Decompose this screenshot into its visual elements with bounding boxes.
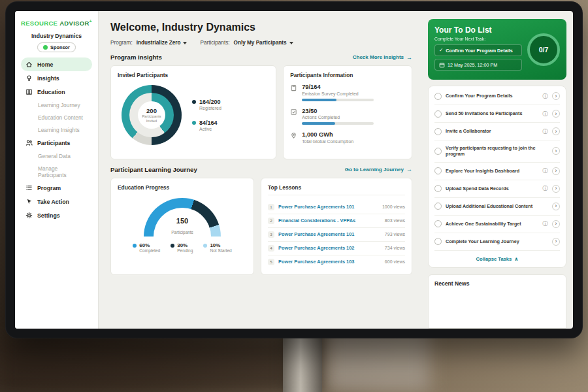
task-label: Verify participants requesting to join t… <box>446 145 538 157</box>
sidebar-item-home[interactable]: Home <box>21 57 92 71</box>
lesson-link[interactable]: Power Purchase Agreements 103 <box>278 259 381 265</box>
legend-item: 164/200 Registered <box>192 99 221 110</box>
education-progress-gauge-chart: 150 Participants <box>144 198 221 237</box>
legend-label: Pending <box>177 248 193 253</box>
task-checkbox[interactable] <box>434 128 442 135</box>
sidebar-item-participants[interactable]: Participants <box>21 136 92 150</box>
sidebar-item-education-content[interactable]: Education Content <box>21 111 92 123</box>
task-checkbox[interactable] <box>434 185 442 192</box>
check-icon: ✓ <box>439 48 443 53</box>
chevron-down-icon <box>289 42 293 44</box>
metric-value: 1,000 GWh <box>302 131 353 138</box>
lesson-link[interactable]: Power Purchase Agreements 101 <box>278 204 378 210</box>
task-checkbox[interactable] <box>434 93 442 100</box>
todo-progress-count: 0/7 <box>539 46 549 54</box>
sidebar-item-settings[interactable]: Settings <box>21 208 92 222</box>
task-label: Complete Your Learning Journey <box>446 238 538 244</box>
learning-cards-row: Education Progress 150 Participants <box>110 178 412 275</box>
sidebar-item-label: Settings <box>37 212 60 219</box>
chevron-right-icon[interactable]: › <box>552 110 560 118</box>
chevron-right-icon[interactable]: › <box>552 220 560 228</box>
sidebar-item-label: Learning Insights <box>38 127 80 133</box>
task-item[interactable]: Verify participants requesting to join t… <box>434 140 560 163</box>
legend-dot <box>192 100 196 104</box>
chevron-right-icon[interactable]: › <box>552 203 560 210</box>
lesson-link[interactable]: Financial Considerations - VPPAs <box>278 218 381 223</box>
next-task-chip[interactable]: ✓ Confirm Your Program Details <box>434 44 522 56</box>
task-item[interactable]: Upload Additional Educational Content › <box>434 198 560 216</box>
sidebar-item-manage-participants[interactable]: Manage Participants <box>21 162 92 181</box>
sidebar-item-education[interactable]: Education <box>21 85 92 99</box>
task-label: Explore Your Insights Dashboard <box>446 168 538 174</box>
sponsor-icon <box>43 45 48 50</box>
task-checkbox[interactable] <box>434 220 442 227</box>
legend-item: 84/164 Active <box>192 120 221 131</box>
legend-value: 60% <box>139 242 160 248</box>
sidebar-item-label: Participants <box>37 140 70 146</box>
legend-label: Not Started <box>210 248 231 253</box>
task-checkbox[interactable] <box>434 167 442 174</box>
legend-dot <box>203 244 207 248</box>
legend-label: Active <box>199 127 218 131</box>
task-item[interactable]: Upload Spend Data Records ⓘ › <box>434 180 560 198</box>
home-icon <box>25 61 33 68</box>
progress-bar-fill <box>302 122 335 125</box>
learning-journey-header: Participant Learning Journey Go to Learn… <box>110 166 412 173</box>
invited-participants-card: Invited Participants 200 Participants In… <box>110 65 276 159</box>
chevron-right-icon[interactable]: › <box>552 167 560 175</box>
program-filter-dropdown[interactable]: Industrialize Zero <box>137 40 188 46</box>
lesson-views: 1000 views <box>382 204 405 209</box>
chevron-right-icon[interactable]: › <box>552 185 560 193</box>
due-date-label: 12 May 2025, 12:00 PM <box>448 62 497 68</box>
info-icon[interactable]: ⓘ <box>542 168 548 174</box>
info-icon[interactable]: ⓘ <box>542 111 548 117</box>
info-icon[interactable]: ⓘ <box>542 129 548 135</box>
sidebar-item-label: Education <box>37 89 65 95</box>
chevron-right-icon[interactable]: › <box>552 147 560 155</box>
program-insights-header: Program Insights Check More Insights → <box>110 54 412 61</box>
lesson-link[interactable]: Power Purchase Agreements 101 <box>278 231 381 237</box>
sidebar-item-general-data[interactable]: General Data <box>21 150 92 162</box>
sidebar-item-take-action[interactable]: Take Action <box>21 195 92 208</box>
task-item[interactable]: Invite a Collaborator ⓘ › <box>434 123 560 140</box>
sidebar-item-insights[interactable]: Insights <box>21 71 92 85</box>
task-item[interactable]: Confirm Your Program Details ⓘ › <box>434 88 560 105</box>
go-to-learning-journey-link[interactable]: Go to Learning Journey → <box>345 166 412 172</box>
task-checkbox[interactable] <box>434 203 442 210</box>
info-icon[interactable]: ⓘ <box>542 221 548 227</box>
donut-legend: 164/200 Registered 84/164 Active <box>192 99 221 131</box>
sponsor-badge-wrap: Sponsor <box>21 42 92 52</box>
sidebar-item-learning-insights[interactable]: Learning Insights <box>21 123 92 136</box>
collapse-tasks-link[interactable]: Collapse Tasks ∧ <box>434 251 560 264</box>
info-icon[interactable]: ⓘ <box>542 93 548 99</box>
gear-icon <box>25 212 33 219</box>
task-checkbox[interactable] <box>434 148 442 155</box>
bulb-icon <box>25 74 33 82</box>
task-label: Upload Additional Educational Content <box>446 203 538 209</box>
arrow-right-icon: → <box>406 54 412 61</box>
info-icon[interactable]: ⓘ <box>542 186 548 191</box>
sidebar-item-learning-journey[interactable]: Learning Journey <box>21 99 92 111</box>
chevron-right-icon[interactable]: › <box>552 127 560 135</box>
check-more-insights-link[interactable]: Check More Insights → <box>353 54 412 61</box>
task-checkbox[interactable] <box>434 238 442 245</box>
task-item[interactable]: Explore Your Insights Dashboard ⓘ › <box>434 163 560 180</box>
task-label: Send 50 Invitations to Participants <box>446 110 538 116</box>
sidebar-item-label: General Data <box>38 153 71 159</box>
chevron-right-icon[interactable]: › <box>552 238 560 246</box>
program-filter-label: Program: <box>110 40 133 46</box>
task-checkbox[interactable] <box>434 110 442 118</box>
metric-label: Total Global Consumption <box>302 139 353 144</box>
legend-item: 60% Completed <box>133 242 160 253</box>
task-item[interactable]: Send 50 Invitations to Participants ⓘ › <box>434 105 560 123</box>
lesson-link[interactable]: Power Purchase Agreements 102 <box>278 245 381 251</box>
legend-dot <box>133 244 137 248</box>
task-item[interactable]: Complete Your Learning Journey › <box>434 233 560 251</box>
sidebar-item-program[interactable]: Program <box>21 181 92 195</box>
sponsor-badge[interactable]: Sponsor <box>37 42 76 52</box>
card-title: Education Progress <box>118 184 247 191</box>
next-task-label: Confirm Your Program Details <box>446 48 512 54</box>
chevron-right-icon[interactable]: › <box>552 92 560 100</box>
participants-filter-dropdown[interactable]: Only My Participants <box>234 40 293 46</box>
task-item[interactable]: Achieve One Sustainability Target ⓘ › <box>434 216 560 233</box>
